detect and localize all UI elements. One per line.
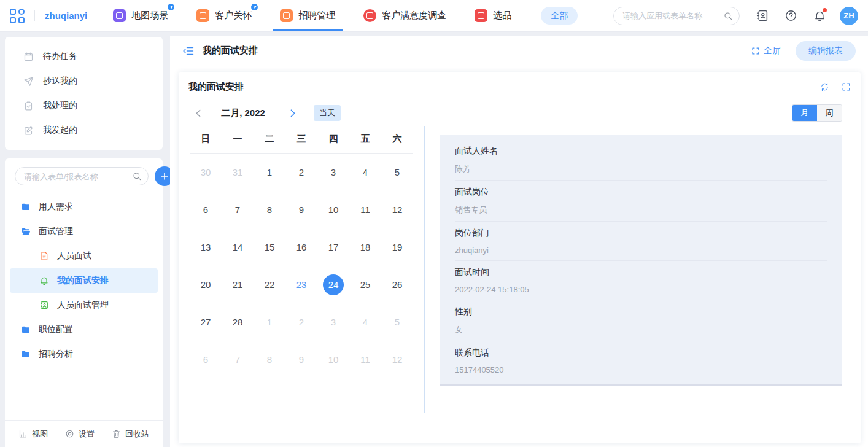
footer-item[interactable]: 视图 xyxy=(18,429,48,440)
app-grid-logo[interactable] xyxy=(10,9,25,23)
calendar-day[interactable]: 6 xyxy=(190,341,222,378)
calendar-day[interactable]: 11 xyxy=(349,191,381,228)
form-search-input[interactable] xyxy=(24,172,132,181)
detail-field-label: 联系电话 xyxy=(455,348,827,359)
detail-field: 面试人姓名 陈芳 xyxy=(455,139,827,181)
edit-report-button[interactable]: 编辑报表 xyxy=(796,41,856,61)
calendar-day[interactable]: 11 xyxy=(349,341,381,378)
tree-item[interactable]: 人员面试管理 xyxy=(10,293,158,317)
calendar-day[interactable]: 17 xyxy=(317,228,349,266)
weekday-label: 六 xyxy=(381,133,413,145)
calendar-day[interactable]: 13 xyxy=(190,228,222,266)
calendar-day[interactable]: 18 xyxy=(349,228,381,266)
sidebar-item[interactable]: 抄送我的 xyxy=(5,69,163,93)
file-doc-icon xyxy=(39,251,49,261)
calendar-day[interactable]: 4 xyxy=(349,303,381,341)
app-search-input[interactable] xyxy=(622,11,723,20)
footer-item-label: 视图 xyxy=(32,429,48,440)
calendar-day[interactable]: 8 xyxy=(254,191,285,228)
tree-item[interactable]: 我的面试安排 xyxy=(10,268,158,293)
sidebar-item[interactable]: 我发起的 xyxy=(5,118,163,142)
calendar-day[interactable]: 27 xyxy=(190,303,222,341)
tree-item[interactable]: 人员面试 xyxy=(10,244,158,268)
calendar-day[interactable]: 5 xyxy=(381,154,413,191)
sidebar-item[interactable]: 我处理的 xyxy=(5,93,163,118)
footer-item[interactable]: 回收站 xyxy=(112,429,149,440)
calendar-day[interactable]: 25 xyxy=(349,266,381,303)
collapse-sidebar-icon[interactable] xyxy=(182,45,195,57)
forms-card: 用人需求 面试管理 人员面试 我的面试安排 人员面试管理 职位配置 招聘分析 视… xyxy=(5,158,163,447)
calendar-day[interactable]: 10 xyxy=(317,191,349,228)
calendar-day[interactable]: 5 xyxy=(381,303,413,341)
calendar-day[interactable]: 1 xyxy=(254,303,285,341)
calendar-day[interactable]: 9 xyxy=(285,341,317,378)
tree-item[interactable]: 职位配置 xyxy=(10,317,158,342)
notification-bell-icon[interactable] xyxy=(813,9,826,22)
calendar-day[interactable]: 20 xyxy=(190,266,222,303)
calendar-day[interactable]: 1 xyxy=(254,154,285,191)
calendar-day[interactable]: 12 xyxy=(381,341,413,378)
calendar-day[interactable]: 3 xyxy=(317,154,349,191)
all-apps-button[interactable]: 全部 xyxy=(541,7,578,25)
week-view-button[interactable]: 周 xyxy=(817,105,842,121)
footer-item[interactable]: 设置 xyxy=(65,429,95,440)
edit-doc-icon xyxy=(23,125,34,136)
prev-month-icon[interactable] xyxy=(193,108,204,119)
divider xyxy=(34,10,35,21)
calendar-day[interactable]: 30 xyxy=(190,154,222,191)
calendar-day[interactable]: 2 xyxy=(285,303,317,341)
calendar-day[interactable]: 21 xyxy=(222,266,254,303)
sidebar-footer: 视图 设置 回收站 xyxy=(5,420,163,447)
calendar-day[interactable]: 14 xyxy=(222,228,254,266)
calendar-day[interactable]: 4 xyxy=(349,154,381,191)
app-tab[interactable]: 选品 xyxy=(475,0,511,31)
calendar-day[interactable]: 7 xyxy=(222,191,254,228)
sidebar-item-label: 待办任务 xyxy=(43,51,77,62)
tree-item-label: 人员面试 xyxy=(57,251,91,262)
app-tab[interactable]: 客户满意度调查 xyxy=(363,0,446,31)
calendar-day[interactable]: 6 xyxy=(190,191,222,228)
calendar-day[interactable]: 2 xyxy=(285,154,317,191)
tree-item[interactable]: 用人需求 xyxy=(10,195,158,219)
calendar-day[interactable]: 8 xyxy=(254,341,285,378)
app-tab[interactable]: 客户关怀 xyxy=(196,0,252,31)
expand-icon[interactable] xyxy=(842,82,851,91)
help-icon[interactable] xyxy=(785,9,797,22)
calendar-day[interactable]: 24 xyxy=(317,266,349,303)
search-icon[interactable] xyxy=(132,171,142,181)
report-card-header: 我的面试安排 xyxy=(188,81,851,93)
refresh-icon[interactable] xyxy=(820,82,829,91)
tree-item[interactable]: 面试管理 xyxy=(10,219,158,244)
detail-field: 面试岗位 销售专员 xyxy=(455,181,827,222)
calendar-day[interactable]: 10 xyxy=(317,341,349,378)
app-tab[interactable]: 地图场景 xyxy=(113,0,168,31)
app-tab-label: 客户满意度调查 xyxy=(382,10,446,21)
app-tab[interactable]: 招聘管理 xyxy=(280,0,335,31)
main-area: 我的面试安排 全屏 编辑报表 我的面试安排 xyxy=(170,36,868,447)
calendar-day[interactable]: 22 xyxy=(254,266,285,303)
calendar-day[interactable]: 31 xyxy=(222,154,254,191)
contacts-icon[interactable] xyxy=(756,9,769,22)
calendar-day[interactable]: 7 xyxy=(222,341,254,378)
calendar-day[interactable]: 12 xyxy=(381,191,413,228)
calendar-day[interactable]: 9 xyxy=(285,191,317,228)
calendar-day[interactable]: 19 xyxy=(381,228,413,266)
sidebar-item[interactable]: 待办任务 xyxy=(5,44,163,69)
calendar-day[interactable]: 15 xyxy=(254,228,285,266)
search-icon[interactable] xyxy=(723,11,733,21)
tree-item-label: 我的面试安排 xyxy=(57,275,109,286)
month-view-button[interactable]: 月 xyxy=(792,105,817,121)
today-button[interactable]: 当天 xyxy=(314,105,341,121)
calendar-day[interactable]: 3 xyxy=(317,303,349,341)
calendar-day[interactable]: 26 xyxy=(381,266,413,303)
detail-field: 联系电话 15174405520 xyxy=(455,341,827,380)
tree-item[interactable]: 招聘分析 xyxy=(10,342,158,367)
avatar[interactable]: ZH xyxy=(840,7,858,25)
next-month-icon[interactable] xyxy=(287,108,298,119)
fullscreen-button[interactable]: 全屏 xyxy=(751,45,781,56)
tree-item-label: 职位配置 xyxy=(39,324,73,335)
workspace-name[interactable]: zhuqianyi xyxy=(45,10,87,21)
calendar-day[interactable]: 23 xyxy=(285,266,317,303)
calendar-day[interactable]: 16 xyxy=(285,228,317,266)
calendar-day[interactable]: 28 xyxy=(222,303,254,341)
